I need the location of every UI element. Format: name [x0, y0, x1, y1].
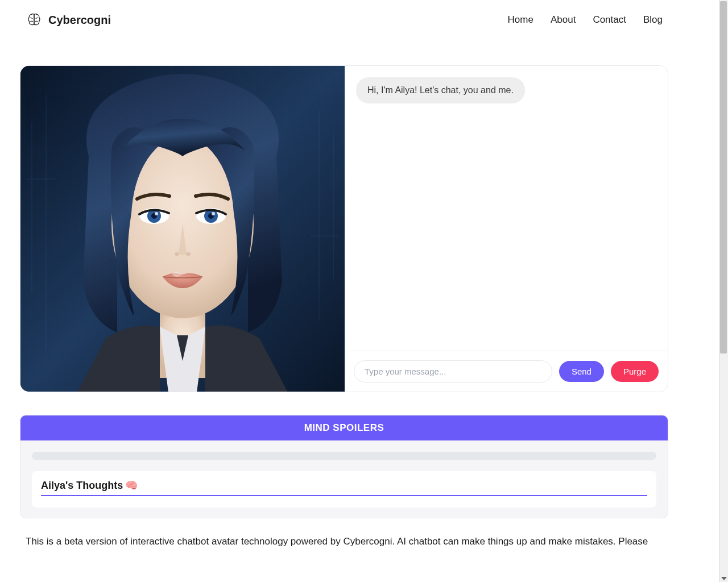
avatar-image	[20, 66, 345, 392]
disclaimer-text: This is a beta version of interactive ch…	[20, 534, 668, 549]
input-row: Send Purge	[345, 351, 668, 392]
svg-point-18	[186, 252, 191, 256]
thoughts-title-text: Ailya's Thoughts	[41, 480, 123, 492]
chat-card: Hi, I'm Ailya! Let's chat, you and me. S…	[20, 65, 668, 392]
avatar-panel	[20, 66, 345, 392]
chat-panel: Hi, I'm Ailya! Let's chat, you and me. S…	[345, 66, 668, 392]
purge-button[interactable]: Purge	[611, 361, 659, 382]
brand-name: Cybercogni	[48, 14, 111, 27]
nav-home[interactable]: Home	[508, 14, 533, 26]
svg-point-17	[175, 252, 179, 256]
mind-spoilers-card: MIND SPOILERS Ailya's Thoughts 🧠	[20, 415, 668, 518]
message-input[interactable]	[354, 360, 552, 383]
bot-message: Hi, I'm Ailya! Let's chat, you and me.	[356, 77, 525, 103]
main-nav: Home About Contact Blog	[508, 14, 663, 26]
svg-point-15	[155, 212, 158, 215]
thoughts-box: Ailya's Thoughts 🧠	[32, 471, 656, 508]
messages-area[interactable]: Hi, I'm Ailya! Let's chat, you and me.	[345, 66, 668, 351]
send-button[interactable]: Send	[559, 361, 604, 382]
main-container: Hi, I'm Ailya! Let's chat, you and me. S…	[0, 40, 688, 549]
mind-spoilers-header: MIND SPOILERS	[20, 415, 668, 440]
svg-point-16	[212, 212, 215, 215]
logo-area[interactable]: Cybercogni	[26, 11, 111, 28]
thoughts-title: Ailya's Thoughts 🧠	[41, 479, 647, 496]
nav-blog[interactable]: Blog	[643, 14, 663, 26]
brain-emoji-icon: 🧠	[125, 479, 138, 492]
svg-point-19	[172, 272, 181, 277]
progress-bar	[32, 452, 656, 460]
brain-icon	[26, 11, 43, 28]
nav-contact[interactable]: Contact	[593, 14, 626, 26]
site-header: Cybercogni Home About Contact Blog	[0, 0, 688, 40]
nav-about[interactable]: About	[551, 14, 576, 26]
